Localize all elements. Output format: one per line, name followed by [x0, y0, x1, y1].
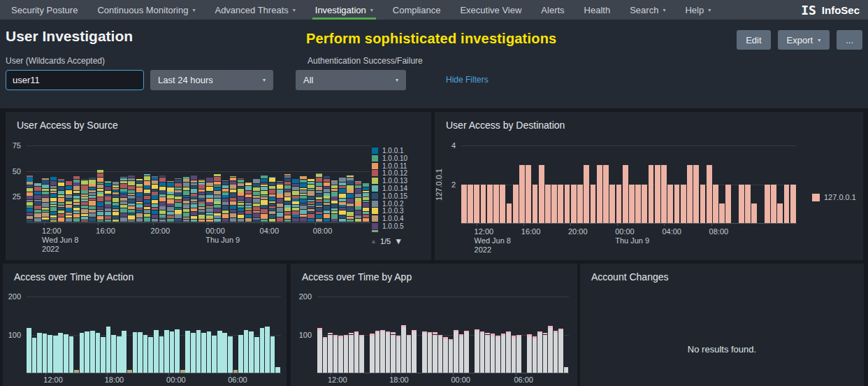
bar-segment[interactable]: [58, 206, 64, 208]
bar[interactable]: [655, 165, 660, 223]
bar-segment[interactable]: [120, 198, 126, 201]
bar-segment[interactable]: [105, 181, 111, 184]
bar-segment[interactable]: [269, 194, 275, 196]
bar-segment[interactable]: [58, 195, 64, 197]
bar-segment[interactable]: [136, 218, 143, 222]
bar[interactable]: [228, 336, 233, 373]
bar-segment[interactable]: [261, 214, 267, 218]
bar-segment[interactable]: [73, 180, 80, 183]
bar[interactable]: [375, 332, 380, 373]
bar-segment[interactable]: [331, 201, 338, 203]
bar-segment[interactable]: [50, 220, 57, 222]
bar[interactable]: [537, 333, 542, 373]
bar[interactable]: [548, 328, 553, 373]
bar-segment[interactable]: [50, 192, 57, 194]
bar-segment[interactable]: [120, 208, 126, 213]
bar-segment[interactable]: [58, 217, 64, 222]
bar-segment[interactable]: [284, 197, 291, 201]
bar-segment[interactable]: [34, 206, 41, 209]
bar-segment[interactable]: [261, 179, 267, 182]
bar-segment[interactable]: [120, 177, 126, 178]
bar-segment[interactable]: [81, 217, 87, 220]
bar[interactable]: [480, 331, 485, 334]
bar-segment[interactable]: [144, 196, 150, 199]
bar-segment[interactable]: [50, 189, 57, 191]
bar-segment[interactable]: [261, 183, 267, 184]
bar-segment[interactable]: [113, 190, 119, 192]
bar-segment[interactable]: [175, 203, 181, 207]
bar-segment[interactable]: [97, 178, 103, 182]
bar-segment[interactable]: [331, 189, 338, 191]
bar-segment[interactable]: [324, 206, 330, 210]
bar-segment[interactable]: [159, 194, 166, 197]
bar[interactable]: [386, 331, 391, 334]
bar-segment[interactable]: [308, 191, 314, 195]
bar-segment[interactable]: [97, 212, 103, 215]
legend-page-up-icon[interactable]: ▲: [370, 238, 377, 245]
bar-segment[interactable]: [245, 191, 252, 194]
bar[interactable]: [53, 336, 58, 373]
bar-segment[interactable]: [167, 219, 173, 222]
bar[interactable]: [422, 331, 427, 333]
bar-segment[interactable]: [355, 201, 361, 206]
bar-segment[interactable]: [292, 205, 298, 206]
bar-segment[interactable]: [284, 220, 291, 222]
bar-segment[interactable]: [97, 183, 103, 184]
bar-segment[interactable]: [363, 197, 369, 200]
bar-segment[interactable]: [363, 191, 369, 192]
bar-segment[interactable]: [89, 206, 95, 210]
bar[interactable]: [359, 335, 364, 336]
bar-segment[interactable]: [198, 198, 205, 201]
bar-segment[interactable]: [284, 205, 291, 208]
bar-segment[interactable]: [191, 204, 197, 207]
bar-segment[interactable]: [238, 183, 244, 186]
bar-segment[interactable]: [292, 184, 298, 186]
bar-segment[interactable]: [222, 185, 229, 188]
bar-segment[interactable]: [230, 193, 236, 197]
bar-segment[interactable]: [230, 181, 236, 185]
bar[interactable]: [412, 331, 417, 373]
bar-segment[interactable]: [269, 183, 275, 185]
bar[interactable]: [554, 333, 558, 373]
bar-segment[interactable]: [113, 195, 119, 197]
bar[interactable]: [565, 185, 570, 224]
bar-segment[interactable]: [230, 218, 236, 222]
legend-item[interactable]: 1.0.0.5: [372, 222, 404, 230]
bar[interactable]: [323, 337, 328, 338]
bar-segment[interactable]: [363, 203, 369, 207]
bar[interactable]: [201, 333, 206, 373]
bar-segment[interactable]: [73, 183, 80, 185]
bar-segment[interactable]: [347, 185, 353, 190]
bar-segment[interactable]: [269, 190, 275, 194]
bar-segment[interactable]: [152, 210, 158, 215]
bar-segment[interactable]: [245, 210, 252, 214]
bar[interactable]: [609, 185, 615, 224]
bar-segment[interactable]: [42, 180, 48, 183]
bar-segment[interactable]: [331, 192, 338, 196]
bar-segment[interactable]: [214, 182, 220, 185]
bar-segment[interactable]: [253, 218, 259, 220]
bar-segment[interactable]: [347, 217, 353, 219]
bar-segment[interactable]: [206, 208, 212, 211]
bar-segment[interactable]: [50, 198, 57, 201]
bar-segment[interactable]: [339, 210, 345, 215]
bar-segment[interactable]: [222, 192, 229, 194]
bar-segment[interactable]: [238, 203, 244, 205]
bar-segment[interactable]: [58, 214, 64, 217]
bar-segment[interactable]: [198, 190, 205, 192]
bar-segment[interactable]: [339, 186, 345, 188]
bar-segment[interactable]: [159, 176, 166, 178]
bar-segment[interactable]: [363, 187, 369, 190]
bar-segment[interactable]: [269, 203, 275, 206]
bar-segment[interactable]: [42, 195, 48, 197]
bar-segment[interactable]: [128, 213, 134, 215]
bar[interactable]: [222, 333, 227, 373]
bar-segment[interactable]: [144, 217, 150, 222]
bar-segment[interactable]: [363, 193, 369, 197]
bar-segment[interactable]: [159, 217, 166, 219]
bar-segment[interactable]: [292, 179, 298, 183]
bar[interactable]: [349, 335, 354, 373]
bar-segment[interactable]: [183, 217, 189, 219]
bar-segment[interactable]: [206, 187, 212, 191]
bar-segment[interactable]: [73, 218, 80, 222]
